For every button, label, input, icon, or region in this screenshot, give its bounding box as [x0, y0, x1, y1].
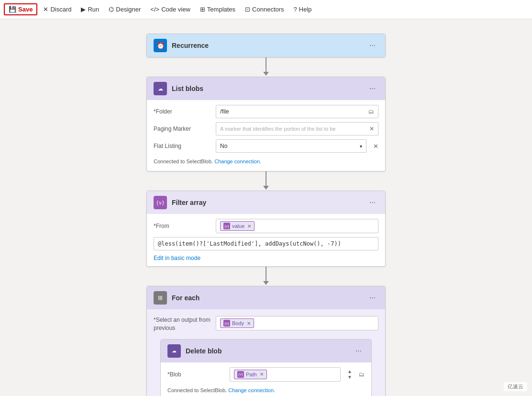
- designer-button[interactable]: ⌬ Designer: [105, 4, 144, 15]
- list-blobs-card: ☁ List blobs ··· *Folder /file 🗂 Paging …: [146, 77, 386, 171]
- discard-label: Discard: [50, 6, 71, 13]
- from-input[interactable]: {v} value ✕: [216, 219, 378, 233]
- from-label: *From: [154, 223, 211, 229]
- list-blobs-body: *Folder /file 🗂 Paging Marker A marker t…: [147, 100, 385, 171]
- folder-input[interactable]: /file 🗂: [216, 105, 378, 118]
- filter-array-header[interactable]: {v} Filter array ···: [147, 191, 385, 214]
- arrow-1: [263, 57, 269, 77]
- path-tag-icon: {v}: [237, 371, 244, 378]
- flat-listing-select[interactable]: No ▾: [216, 139, 366, 153]
- filter-array-title: Filter array: [172, 199, 362, 206]
- delete-connection-text: Connected to SelectBlob.: [167, 387, 227, 393]
- filter-array-menu[interactable]: ···: [366, 197, 378, 208]
- workflow-canvas: ⏰ Recurrence ··· ☁ List blobs ···: [0, 19, 532, 396]
- delete-blob-card: ☁ Delete blob ··· *Blob {v} Path: [160, 339, 372, 396]
- stepper-up-icon[interactable]: ▲: [347, 369, 352, 374]
- recurrence-card: ⏰ Recurrence ···: [146, 34, 386, 57]
- paging-clear-icon[interactable]: ✕: [369, 125, 374, 132]
- code-view-button[interactable]: </> Code view: [146, 4, 194, 15]
- list-blobs-header[interactable]: ☁ List blobs ···: [147, 77, 385, 100]
- list-blobs-title: List blobs: [172, 85, 362, 92]
- for-each-menu[interactable]: ···: [366, 293, 378, 303]
- discard-icon: ✕: [43, 6, 48, 13]
- templates-button[interactable]: ⊞ Templates: [196, 4, 239, 15]
- blob-tag: {v} Path ✕: [234, 370, 267, 379]
- for-each-header[interactable]: ⊞ For each ···: [147, 286, 385, 309]
- recurrence-header[interactable]: ⏰ Recurrence ···: [147, 34, 385, 57]
- for-each-card: ⊞ For each ··· *Select an output from pr…: [146, 286, 386, 396]
- save-button[interactable]: 💾 Save: [4, 3, 37, 15]
- list-blobs-menu[interactable]: ···: [366, 83, 378, 94]
- for-each-body: *Select an output from previous {v} Body…: [147, 309, 385, 396]
- help-button[interactable]: ? Help: [290, 4, 316, 15]
- from-tag: {v} value ✕: [220, 221, 255, 231]
- filter-array-card: {v} Filter array ··· *From {v} value ✕: [146, 191, 386, 267]
- recurrence-title: Recurrence: [172, 42, 362, 49]
- code-icon: </>: [150, 6, 159, 13]
- paging-row: Paging Marker A marker that identifies t…: [154, 122, 378, 136]
- list-blobs-icon: ☁: [154, 82, 167, 95]
- edit-mode-link[interactable]: Edit in basic mode: [154, 255, 200, 261]
- flat-listing-clear-icon[interactable]: ✕: [373, 143, 378, 150]
- save-label: Save: [18, 6, 33, 13]
- toolbar: 💾 Save ✕ Discard ▶ Run ⌬ Designer </> Co…: [0, 0, 532, 19]
- arrow-2: [263, 171, 269, 191]
- blob-input[interactable]: {v} Path ✕: [230, 367, 341, 382]
- watermark: 亿速云: [504, 382, 527, 391]
- connectors-button[interactable]: ⊡ Connectors: [241, 4, 288, 15]
- watermark-text: 亿速云: [508, 384, 523, 389]
- folder-row: *Folder /file 🗂: [154, 105, 378, 118]
- flat-listing-label: Flat Listing: [154, 143, 211, 149]
- help-icon: ?: [294, 6, 297, 13]
- from-row: *From {v} value ✕: [154, 219, 378, 233]
- expression-field[interactable]: @less(item()?['LastModified'], addDays(u…: [154, 237, 378, 250]
- from-tag-close[interactable]: ✕: [247, 224, 251, 229]
- output-tag: {v} Body ✕: [220, 318, 254, 328]
- filter-array-body: *From {v} value ✕ @less(item()?['LastMod…: [147, 214, 385, 266]
- delete-blob-menu[interactable]: ···: [353, 346, 365, 356]
- discard-button[interactable]: ✕ Discard: [39, 4, 75, 15]
- change-connection-link[interactable]: Change connection.: [214, 158, 261, 164]
- output-tag-close[interactable]: ✕: [247, 321, 251, 326]
- for-each-title: For each: [172, 294, 362, 302]
- connectors-label: Connectors: [252, 6, 284, 13]
- list-blobs-connection: Connected to SelectBlob. Change connecti…: [154, 157, 378, 166]
- connection-text: Connected to SelectBlob.: [154, 158, 213, 164]
- from-tag-label: value: [232, 223, 244, 229]
- blob-tag-close[interactable]: ✕: [260, 372, 264, 377]
- edit-mode-row: Edit in basic mode: [154, 254, 378, 261]
- blob-row: *Blob {v} Path ✕ ▲ ▼: [167, 367, 365, 382]
- expression-value: @less(item()?['LastModified'], addDays(u…: [158, 240, 341, 247]
- folder-browse-icon[interactable]: 🗂: [368, 108, 374, 115]
- stepper-controls: ▲ ▼: [347, 369, 352, 380]
- output-label: *Select an output from previous: [154, 316, 211, 332]
- run-label: Run: [88, 6, 99, 13]
- stepper-down-icon[interactable]: ▼: [347, 374, 352, 380]
- run-button[interactable]: ▶ Run: [77, 4, 103, 15]
- blob-browse-icon[interactable]: 🗂: [359, 371, 365, 378]
- delete-blob-header[interactable]: ☁ Delete blob ···: [161, 339, 371, 362]
- delete-change-connection-link[interactable]: Change connection.: [228, 387, 275, 393]
- templates-icon: ⊞: [200, 6, 205, 13]
- templates-label: Templates: [207, 6, 235, 13]
- run-icon: ▶: [81, 6, 86, 13]
- save-icon: 💾: [9, 6, 16, 13]
- flat-listing-value: No: [220, 143, 227, 149]
- output-row: *Select an output from previous {v} Body…: [154, 314, 378, 334]
- paging-input[interactable]: A marker that identifies the portion of …: [216, 122, 378, 136]
- paging-label: Paging Marker: [154, 125, 211, 132]
- paging-placeholder: A marker that identifies the portion of …: [220, 126, 369, 132]
- designer-icon: ⌬: [109, 6, 114, 13]
- delete-blob-connection: Connected to SelectBlob. Change connecti…: [167, 385, 365, 395]
- filter-array-icon: {v}: [154, 196, 167, 209]
- blob-label: *Blob: [167, 371, 225, 378]
- delete-blob-icon: ☁: [167, 344, 181, 358]
- recurrence-menu[interactable]: ···: [366, 40, 378, 51]
- folder-label: *Folder: [154, 108, 211, 115]
- tag-icon: {v}: [223, 223, 230, 229]
- designer-label: Designer: [116, 6, 141, 13]
- output-input[interactable]: {v} Body ✕: [216, 316, 378, 330]
- for-each-icon: ⊞: [154, 291, 167, 305]
- chevron-down-icon: ▾: [360, 144, 362, 149]
- folder-value: /file: [220, 108, 368, 115]
